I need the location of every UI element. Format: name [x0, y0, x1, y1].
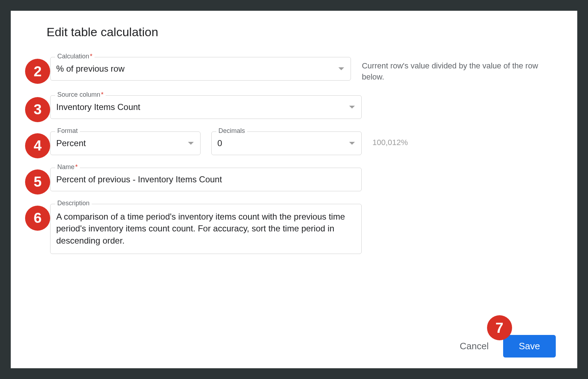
- annotation-badge-3: 3: [25, 97, 50, 122]
- annotation-badge-6: 6: [25, 206, 50, 231]
- name-field-wrap: Name* Percent of previous - Inventory It…: [50, 168, 362, 191]
- form-body: 2 Calculation* % of previous row Current…: [32, 57, 556, 254]
- decimals-select[interactable]: 0: [211, 131, 362, 155]
- annotation-badge-2: 2: [25, 59, 50, 84]
- save-button[interactable]: Save: [503, 335, 556, 358]
- description-row: 6 Description A comparison of a time per…: [50, 204, 556, 254]
- calculation-help-text: Current row's value divided by the value…: [362, 57, 556, 83]
- calculation-label: Calculation*: [55, 53, 95, 60]
- annotation-badge-4: 4: [25, 133, 50, 158]
- format-row: 4 Format Percent Decimals 0 100,012%: [50, 131, 556, 155]
- calculation-select[interactable]: % of previous row: [50, 57, 351, 81]
- description-label: Description: [55, 200, 92, 207]
- calculation-row: 2 Calculation* % of previous row Current…: [50, 57, 556, 83]
- required-indicator: *: [75, 163, 78, 171]
- chevron-down-icon: [338, 67, 344, 70]
- decimals-label: Decimals: [216, 127, 247, 135]
- source-field-wrap: Source column* Inventory Items Count: [50, 95, 362, 119]
- chevron-down-icon: [349, 106, 355, 109]
- chevron-down-icon: [188, 142, 194, 145]
- description-field-wrap: Description A comparison of a time perio…: [50, 204, 362, 254]
- annotation-badge-5: 5: [25, 169, 50, 195]
- format-select[interactable]: Percent: [50, 131, 201, 155]
- dialog-title: Edit table calculation: [47, 25, 556, 39]
- calculation-field-wrap: Calculation* % of previous row: [50, 57, 351, 81]
- source-select[interactable]: Inventory Items Count: [50, 95, 362, 119]
- name-label: Name*: [55, 163, 80, 171]
- source-label: Source column*: [55, 91, 106, 99]
- cancel-button[interactable]: Cancel: [460, 341, 489, 352]
- name-input[interactable]: Percent of previous - Inventory Items Co…: [50, 168, 362, 191]
- save-button-wrap: 7 Save: [503, 335, 556, 358]
- description-textarea[interactable]: A comparison of a time period's inventor…: [50, 204, 362, 254]
- edit-table-calculation-dialog: Edit table calculation 2 Calculation* % …: [11, 11, 577, 368]
- format-label: Format: [55, 127, 80, 135]
- required-indicator: *: [101, 91, 103, 98]
- format-field-wrap: Format Percent: [50, 131, 201, 155]
- source-row: 3 Source column* Inventory Items Count: [50, 95, 556, 119]
- dialog-footer: Cancel 7 Save: [460, 335, 556, 358]
- required-indicator: *: [90, 53, 92, 60]
- name-row: 5 Name* Percent of previous - Inventory …: [50, 168, 556, 191]
- annotation-badge-7: 7: [487, 315, 512, 340]
- decimals-field-wrap: Decimals 0: [211, 131, 362, 155]
- format-preview: 100,012%: [372, 131, 408, 147]
- chevron-down-icon: [349, 142, 355, 145]
